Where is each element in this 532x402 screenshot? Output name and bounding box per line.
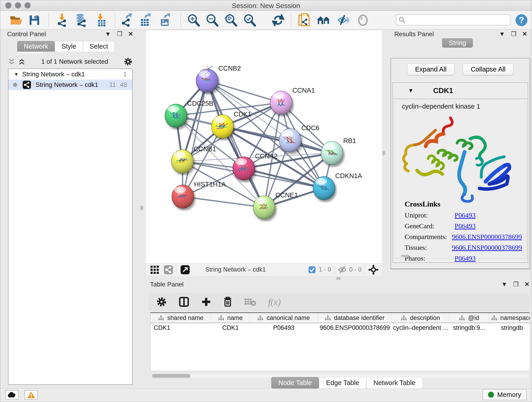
table-cell[interactable]: stringdb: [489, 323, 530, 332]
table-options-button[interactable]: [156, 297, 167, 307]
splitter-handle-left[interactable]: [140, 206, 143, 210]
column-header-canonical-name[interactable]: canonical name: [250, 313, 318, 323]
network-edge-ccnb2-ccne1[interactable]: [207, 81, 264, 207]
results-panel-title: Results Panel: [394, 31, 434, 38]
detach-view-icon[interactable]: [180, 265, 190, 275]
table-cell[interactable]: P06493: [250, 323, 318, 332]
hidden-eye-icon[interactable]: [338, 266, 347, 274]
column-header-namespace[interactable]: namespace: [489, 313, 530, 323]
crosslink-link[interactable]: 9606.ENSP00000378699: [452, 233, 522, 241]
column-header--id[interactable]: @id: [449, 313, 489, 323]
expand-all-icon[interactable]: [18, 58, 26, 65]
grid-view-icon[interactable]: [150, 265, 160, 275]
tab-string[interactable]: String: [442, 38, 473, 48]
table-cell[interactable]: cyclin–dependent ...: [392, 323, 449, 332]
cloud-status-button[interactable]: [5, 390, 19, 400]
network-node-cdkn1a[interactable]: CDKN1A: [313, 172, 362, 200]
delete-column-button[interactable]: [223, 297, 232, 307]
table-row[interactable]: CDK1CDK1P064939606.ENSP00000378699cyclin…: [151, 323, 530, 332]
open-folder-icon: [10, 14, 23, 26]
search-input[interactable]: [405, 17, 510, 24]
section-collapse-icon[interactable]: ▼: [408, 87, 413, 94]
tab-edge-table[interactable]: Edge Table: [319, 377, 366, 389]
hide-selected-button[interactable]: [336, 13, 350, 27]
cdk1-section-header[interactable]: ▼ CDK1: [393, 83, 528, 99]
panel-menu-icon[interactable]: ▼: [499, 31, 505, 38]
close-panel-icon[interactable]: ✕: [522, 31, 527, 38]
network-canvas[interactable]: CCNB2CCNA1CDC25BCDK1CDC6RB1CCNB1CCNA2CDK…: [146, 31, 382, 263]
refresh-button[interactable]: [271, 13, 285, 27]
tree-expander-icon[interactable]: ▼: [14, 72, 19, 77]
import-network-database-button[interactable]: [74, 13, 88, 27]
column-header-database-identifier[interactable]: database identifier: [318, 313, 392, 323]
splitter-handle-right[interactable]: [382, 151, 385, 155]
save-session-button[interactable]: [27, 13, 41, 27]
network-edge-hist1h1a-ccne1[interactable]: [183, 197, 264, 207]
network-node-rb1[interactable]: RB1: [321, 137, 356, 165]
tab-select[interactable]: Select: [83, 41, 115, 51]
crosslink-link[interactable]: P06493: [455, 222, 476, 230]
warnings-button[interactable]: [25, 390, 38, 400]
zoom-selected-icon: [243, 14, 256, 27]
import-table-button[interactable]: [94, 13, 108, 27]
column-header-description[interactable]: description: [392, 313, 449, 323]
gear-icon[interactable]: [123, 57, 133, 66]
crosslink-link[interactable]: P06493: [455, 254, 476, 262]
expand-all-button[interactable]: Expand All: [407, 64, 455, 75]
delete-table-button[interactable]: [244, 297, 256, 306]
table-cell[interactable]: stringdb:9...: [449, 323, 489, 332]
tab-style[interactable]: Style: [55, 41, 83, 51]
collapse-all-button[interactable]: Collapse All: [463, 64, 514, 75]
zoom-in-button[interactable]: [186, 13, 201, 27]
create-column-button[interactable]: [201, 297, 211, 307]
export-image-button[interactable]: [158, 13, 172, 27]
table-cell[interactable]: CDK1: [211, 323, 250, 332]
node-label-cdkn1a: CDKN1A: [335, 172, 362, 179]
zoom-fit-button[interactable]: [224, 13, 238, 27]
zoom-selected-button[interactable]: [242, 13, 257, 27]
panel-menu-icon[interactable]: ▼: [501, 281, 507, 288]
column-header-shared-name[interactable]: shared name: [151, 313, 211, 323]
results-scrollbar-thumb[interactable]: [401, 255, 409, 257]
export-network-button[interactable]: [120, 13, 134, 27]
copy-network-button[interactable]: [297, 13, 311, 27]
float-panel-icon[interactable]: ❒: [513, 281, 519, 288]
network-edge-ccnb2-hist1h1a[interactable]: [183, 81, 207, 197]
network-collection-row[interactable]: ▼ String Network – cdk1 1: [8, 69, 132, 80]
node-table[interactable]: shared namenamecanonical namedatabase id…: [150, 313, 530, 371]
show-all-button[interactable]: [356, 13, 370, 27]
table-scrollbar-thumb[interactable]: [152, 374, 190, 378]
network-row[interactable]: String Network – cdk1 11 48: [8, 80, 132, 90]
table-cell[interactable]: CDK1: [151, 323, 211, 332]
close-panel-icon[interactable]: ✕: [525, 281, 530, 288]
selected-checkbox-icon[interactable]: [308, 266, 316, 274]
show-columns-button[interactable]: [179, 297, 189, 307]
tab-network[interactable]: Network: [17, 41, 55, 51]
float-panel-icon[interactable]: ❒: [117, 31, 122, 38]
network-node-ccna1[interactable]: CCNA1: [270, 87, 315, 114]
table-cell[interactable]: 9606.ENSP00000378699: [318, 323, 392, 332]
crosslink-link[interactable]: P06493: [455, 211, 476, 219]
network-node-ccnb1[interactable]: CCNB1: [171, 145, 216, 173]
string-view-icon[interactable]: [163, 265, 173, 275]
memory-button[interactable]: Memory: [482, 389, 527, 400]
tab-network-table[interactable]: Network Table: [366, 377, 423, 389]
export-table-button[interactable]: [139, 13, 153, 27]
network-node-hist1h1a[interactable]: HIST1H1A: [172, 181, 226, 208]
help-button[interactable]: ?: [514, 13, 529, 27]
crosslink-link[interactable]: 9606.ENSP00000378699: [452, 244, 522, 251]
home-button[interactable]: [317, 13, 331, 27]
import-network-file-button[interactable]: [55, 13, 69, 27]
export-table-icon: [139, 13, 152, 27]
column-header-name[interactable]: name: [211, 313, 250, 323]
collapse-all-icon[interactable]: [8, 58, 16, 65]
close-panel-icon[interactable]: ✕: [128, 31, 133, 38]
birdseye-icon[interactable]: [368, 264, 379, 275]
panel-menu-icon[interactable]: ▼: [105, 31, 111, 38]
float-panel-icon[interactable]: ❒: [511, 31, 516, 38]
function-builder-button[interactable]: f(x): [268, 297, 281, 307]
tab-node-table[interactable]: Node Table: [271, 377, 319, 389]
open-session-button[interactable]: [9, 13, 24, 27]
zoom-out-button[interactable]: [205, 13, 219, 27]
network-node-ccne1[interactable]: CCNE1: [253, 191, 298, 219]
